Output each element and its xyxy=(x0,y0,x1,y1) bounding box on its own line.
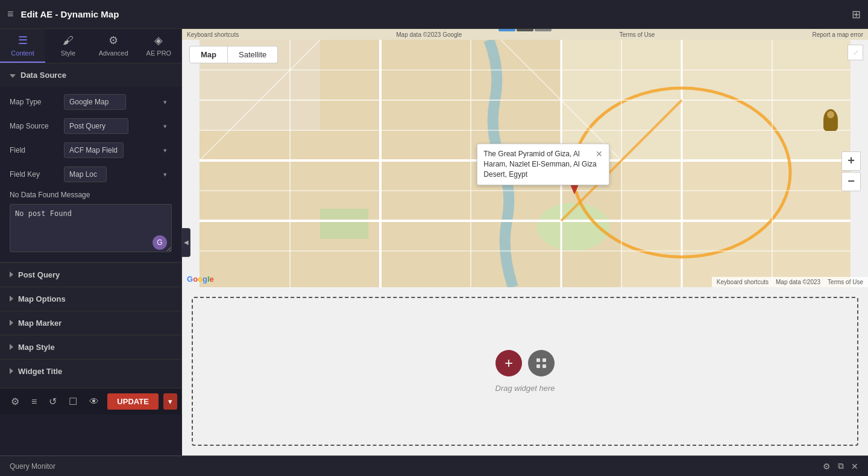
top-terms: Terms of Use xyxy=(619,31,655,38)
map-close-button[interactable]: ✕ xyxy=(535,29,552,31)
collapse-panel-button[interactable]: ◀ xyxy=(182,228,190,257)
map-tab-map[interactable]: Map xyxy=(189,46,228,63)
sidebar-content: Data Source Map Type Google Map OpenStre… xyxy=(0,63,181,388)
map-top-bar: Keyboard shortcuts Map data ©2023 Google… xyxy=(182,29,868,40)
map-view-tabs: Map Satellite xyxy=(189,46,278,63)
map-data-label: Map data ©2023 xyxy=(776,279,820,285)
top-bar: ≡ Edit AE - Dynamic Map ⊞ xyxy=(0,0,868,29)
map-style-label: Map Style xyxy=(18,343,55,352)
drag-buttons: + xyxy=(495,350,555,376)
map-source-row: Map Source Post Query Custom Address Geo… xyxy=(10,118,172,134)
add-widget-button[interactable]: + xyxy=(495,350,522,376)
section-post-query: Post Query xyxy=(0,262,181,287)
field-key-label: Field Key xyxy=(10,170,64,179)
map-controls-bar: + ⠿ ✕ xyxy=(498,29,552,31)
svg-rect-28 xyxy=(542,364,546,368)
update-arrow-button[interactable]: ▾ xyxy=(163,393,177,410)
tab-style[interactable]: 🖌 Style xyxy=(45,29,90,63)
no-data-label: No Data Found Message xyxy=(10,191,172,199)
map-move-button[interactable]: ⠿ xyxy=(517,29,533,31)
tab-ae-pro[interactable]: ◈ AE PRO xyxy=(136,29,181,63)
fullscreen-button[interactable]: ⤢ xyxy=(848,45,863,60)
chevron-right-icon5 xyxy=(10,367,13,376)
field-select[interactable]: ACF Map Field Custom Field xyxy=(64,142,124,158)
zoom-out-button[interactable]: − xyxy=(841,172,861,191)
query-monitor-popout[interactable]: ⧉ xyxy=(838,461,844,471)
svg-rect-27 xyxy=(536,364,540,368)
top-map-shortcuts: Keyboard shortcuts xyxy=(187,31,239,38)
advanced-icon: ⚙ xyxy=(108,34,118,47)
tooltip-close-icon[interactable]: ✕ xyxy=(596,149,603,159)
preview-button[interactable]: 👁 xyxy=(86,394,102,410)
query-monitor-settings[interactable]: ⚙ xyxy=(823,461,831,471)
svg-rect-5 xyxy=(621,160,851,287)
tab-style-label: Style xyxy=(61,49,75,57)
map-type-select[interactable]: Google Map OpenStreetMap xyxy=(64,94,126,110)
data-source-label: Data Source xyxy=(20,71,66,80)
map-options-label: Map Options xyxy=(18,294,66,303)
layers-button[interactable]: ≡ xyxy=(28,394,40,410)
map-bottom-bar: Keyboard shortcuts Map data ©2023 Terms … xyxy=(712,277,868,287)
map-add-button[interactable]: + xyxy=(498,29,515,31)
widget-title-label: Widget Title xyxy=(18,367,62,376)
ae-pro-icon: ◈ xyxy=(154,34,163,47)
style-icon: 🖌 xyxy=(63,34,74,47)
map-style-header[interactable]: Map Style xyxy=(0,335,181,359)
map-source-label: Map Source xyxy=(10,122,64,130)
post-query-header[interactable]: Post Query xyxy=(0,263,181,287)
widget-title-header[interactable]: Widget Title xyxy=(0,360,181,383)
query-monitor-bar: Query Monitor ⚙ ⧉ ✕ xyxy=(0,455,868,476)
section-map-options: Map Options xyxy=(0,287,181,311)
tooltip-text: The Great Pyramid of Giza, Al Haram, Naz… xyxy=(483,149,603,179)
chevron-right-icon4 xyxy=(10,343,13,352)
history-button[interactable]: ↺ xyxy=(45,393,60,410)
grid-icon[interactable]: ⊞ xyxy=(852,8,861,21)
terms-of-use[interactable]: Terms of Use xyxy=(828,279,863,285)
tab-content[interactable]: ☰ Content xyxy=(0,29,45,63)
section-map-style: Map Style xyxy=(0,335,181,359)
field-row: Field ACF Map Field Custom Field xyxy=(10,142,172,158)
settings-button[interactable]: ⚙ xyxy=(7,393,23,410)
field-label: Field xyxy=(10,146,64,154)
section-map-marker: Map Marker xyxy=(0,311,181,335)
keyboard-shortcuts[interactable]: Keyboard shortcuts xyxy=(717,279,769,285)
chevron-down-icon xyxy=(10,71,16,80)
grammarly-icon: G xyxy=(153,235,167,250)
chevron-right-icon xyxy=(10,270,13,279)
field-key-row: Field Key Map Loc location map_field xyxy=(10,167,172,182)
map-tab-satellite[interactable]: Satellite xyxy=(228,46,278,63)
update-button[interactable]: UPDATE xyxy=(107,393,158,410)
query-monitor-label[interactable]: Query Monitor xyxy=(10,462,55,471)
query-monitor-close[interactable]: ✕ xyxy=(851,461,858,471)
menu-icon[interactable]: ≡ xyxy=(7,8,14,21)
svg-rect-2 xyxy=(320,209,368,239)
map-type-label: Map Type xyxy=(10,98,64,106)
sidebar-tabs: ☰ Content 🖌 Style ⚙ Advanced ◈ AE PRO xyxy=(0,29,181,63)
data-source-body: Map Type Google Map OpenStreetMap Map So… xyxy=(0,87,181,262)
chevron-right-icon3 xyxy=(10,319,13,328)
sidebar: ☰ Content 🖌 Style ⚙ Advanced ◈ AE PRO xyxy=(0,29,182,414)
drag-widget-area: + Drag widget here xyxy=(192,297,858,446)
zoom-in-button[interactable]: + xyxy=(841,151,861,171)
pegman[interactable] xyxy=(823,109,838,131)
drag-label: Drag widget here xyxy=(495,384,555,393)
map-options-header[interactable]: Map Options xyxy=(0,287,181,311)
map-marker-header[interactable]: Map Marker xyxy=(0,311,181,335)
bottom-toolbar: ⚙ ≡ ↺ ☐ 👁 UPDATE ▾ xyxy=(0,388,181,414)
section-data-source: Data Source Map Type Google Map OpenStre… xyxy=(0,63,181,262)
widget-library-button[interactable] xyxy=(528,350,555,376)
content-icon: ☰ xyxy=(18,34,28,47)
no-data-textarea[interactable]: No post Found xyxy=(10,204,172,252)
data-source-header[interactable]: Data Source xyxy=(0,63,181,87)
field-key-select[interactable]: Map Loc location map_field xyxy=(64,167,107,182)
tab-advanced[interactable]: ⚙ Advanced xyxy=(91,29,136,63)
notes-button[interactable]: ☐ xyxy=(65,393,81,410)
svg-rect-25 xyxy=(536,358,540,362)
map-source-select[interactable]: Post Query Custom Address Geolocation xyxy=(64,118,128,134)
map-zoom-controls: + − xyxy=(841,151,861,191)
post-query-label: Post Query xyxy=(18,270,60,279)
top-map-data: Map data ©2023 Google xyxy=(396,31,462,38)
svg-rect-26 xyxy=(542,358,546,362)
collapse-icon: ◀ xyxy=(184,239,189,246)
map-marker-label: Map Marker xyxy=(18,319,61,328)
